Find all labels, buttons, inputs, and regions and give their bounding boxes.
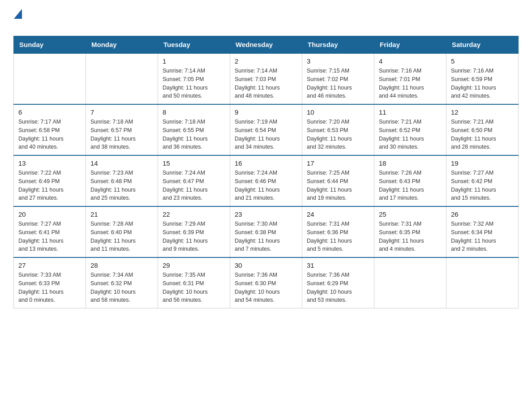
- day-number: 2: [235, 57, 297, 65]
- day-info: Sunrise: 7:16 AM Sunset: 6:59 PM Dayligh…: [451, 67, 514, 100]
- day-info: Sunrise: 7:33 AM Sunset: 6:33 PM Dayligh…: [18, 271, 81, 304]
- calendar-table: SundayMondayTuesdayWednesdayThursdayFrid…: [13, 36, 519, 308]
- calendar-cell: 7Sunrise: 7:18 AM Sunset: 6:57 PM Daylig…: [86, 104, 158, 155]
- day-info: Sunrise: 7:28 AM Sunset: 6:40 PM Dayligh…: [90, 220, 153, 253]
- calendar-cell: 18Sunrise: 7:26 AM Sunset: 6:43 PM Dayli…: [374, 155, 446, 206]
- calendar-week-2: 6Sunrise: 7:17 AM Sunset: 6:58 PM Daylig…: [14, 104, 519, 155]
- calendar-cell: [374, 257, 446, 308]
- calendar-week-4: 20Sunrise: 7:27 AM Sunset: 6:41 PM Dayli…: [14, 206, 519, 257]
- calendar-cell: 20Sunrise: 7:27 AM Sunset: 6:41 PM Dayli…: [14, 206, 86, 257]
- day-info: Sunrise: 7:16 AM Sunset: 7:01 PM Dayligh…: [379, 67, 442, 100]
- day-info: Sunrise: 7:21 AM Sunset: 6:50 PM Dayligh…: [451, 118, 514, 151]
- calendar-cell: 26Sunrise: 7:32 AM Sunset: 6:34 PM Dayli…: [446, 206, 519, 257]
- calendar-cell: 13Sunrise: 7:22 AM Sunset: 6:49 PM Dayli…: [14, 155, 86, 206]
- day-info: Sunrise: 7:27 AM Sunset: 6:41 PM Dayligh…: [18, 220, 81, 253]
- day-number: 17: [307, 159, 369, 167]
- day-info: Sunrise: 7:18 AM Sunset: 6:57 PM Dayligh…: [90, 118, 153, 151]
- day-number: 8: [163, 108, 225, 116]
- day-number: 16: [235, 159, 297, 167]
- calendar-cell: [14, 53, 86, 104]
- logo: [13, 9, 23, 31]
- day-info: Sunrise: 7:14 AM Sunset: 7:03 PM Dayligh…: [235, 67, 297, 100]
- calendar-cell: 8Sunrise: 7:18 AM Sunset: 6:55 PM Daylig…: [158, 104, 230, 155]
- day-info: Sunrise: 7:31 AM Sunset: 6:35 PM Dayligh…: [379, 220, 442, 253]
- day-number: 31: [307, 261, 369, 269]
- calendar-cell: 11Sunrise: 7:21 AM Sunset: 6:52 PM Dayli…: [374, 104, 446, 155]
- day-number: 15: [163, 159, 225, 167]
- day-info: Sunrise: 7:27 AM Sunset: 6:42 PM Dayligh…: [451, 169, 514, 202]
- day-number: 6: [18, 108, 81, 116]
- col-header-friday: Friday: [374, 36, 446, 54]
- day-number: 14: [90, 159, 153, 167]
- day-number: 27: [18, 261, 81, 269]
- day-number: 7: [90, 108, 153, 116]
- day-number: 12: [451, 108, 514, 116]
- day-number: 20: [18, 210, 81, 218]
- calendar-cell: 6Sunrise: 7:17 AM Sunset: 6:58 PM Daylig…: [14, 104, 86, 155]
- calendar-cell: 24Sunrise: 7:31 AM Sunset: 6:36 PM Dayli…: [302, 206, 374, 257]
- calendar-cell: 22Sunrise: 7:29 AM Sunset: 6:39 PM Dayli…: [158, 206, 230, 257]
- calendar-cell: 15Sunrise: 7:24 AM Sunset: 6:47 PM Dayli…: [158, 155, 230, 206]
- day-info: Sunrise: 7:30 AM Sunset: 6:38 PM Dayligh…: [235, 220, 297, 253]
- calendar-cell: [86, 53, 158, 104]
- day-number: 10: [307, 108, 369, 116]
- calendar-week-3: 13Sunrise: 7:22 AM Sunset: 6:49 PM Dayli…: [14, 155, 519, 206]
- day-info: Sunrise: 7:26 AM Sunset: 6:43 PM Dayligh…: [379, 169, 442, 202]
- day-info: Sunrise: 7:23 AM Sunset: 6:48 PM Dayligh…: [90, 169, 153, 202]
- day-info: Sunrise: 7:21 AM Sunset: 6:52 PM Dayligh…: [379, 118, 442, 151]
- calendar-cell: 9Sunrise: 7:19 AM Sunset: 6:54 PM Daylig…: [230, 104, 302, 155]
- day-info: Sunrise: 7:15 AM Sunset: 7:02 PM Dayligh…: [307, 67, 369, 100]
- calendar-cell: 1Sunrise: 7:14 AM Sunset: 7:05 PM Daylig…: [158, 53, 230, 104]
- day-info: Sunrise: 7:35 AM Sunset: 6:31 PM Dayligh…: [163, 271, 225, 304]
- day-info: Sunrise: 7:32 AM Sunset: 6:34 PM Dayligh…: [451, 220, 514, 253]
- day-number: 9: [235, 108, 297, 116]
- calendar-cell: 27Sunrise: 7:33 AM Sunset: 6:33 PM Dayli…: [14, 257, 86, 308]
- day-info: Sunrise: 7:25 AM Sunset: 6:44 PM Dayligh…: [307, 169, 369, 202]
- day-number: 24: [307, 210, 369, 218]
- day-number: 1: [163, 57, 225, 65]
- calendar-cell: 16Sunrise: 7:24 AM Sunset: 6:46 PM Dayli…: [230, 155, 302, 206]
- day-number: 22: [163, 210, 225, 218]
- calendar-header-row: SundayMondayTuesdayWednesdayThursdayFrid…: [14, 36, 519, 54]
- day-info: Sunrise: 7:24 AM Sunset: 6:47 PM Dayligh…: [163, 169, 225, 202]
- calendar-cell: 2Sunrise: 7:14 AM Sunset: 7:03 PM Daylig…: [230, 53, 302, 104]
- day-info: Sunrise: 7:34 AM Sunset: 6:32 PM Dayligh…: [90, 271, 153, 304]
- header: [13, 9, 519, 31]
- calendar-cell: 3Sunrise: 7:15 AM Sunset: 7:02 PM Daylig…: [302, 53, 374, 104]
- day-info: Sunrise: 7:24 AM Sunset: 6:46 PM Dayligh…: [235, 169, 297, 202]
- day-info: Sunrise: 7:29 AM Sunset: 6:39 PM Dayligh…: [163, 220, 225, 253]
- day-number: 25: [379, 210, 442, 218]
- col-header-monday: Monday: [86, 36, 158, 54]
- calendar-cell: 5Sunrise: 7:16 AM Sunset: 6:59 PM Daylig…: [446, 53, 519, 104]
- day-info: Sunrise: 7:14 AM Sunset: 7:05 PM Dayligh…: [163, 67, 225, 100]
- day-number: 3: [307, 57, 369, 65]
- calendar-cell: 10Sunrise: 7:20 AM Sunset: 6:53 PM Dayli…: [302, 104, 374, 155]
- col-header-saturday: Saturday: [446, 36, 519, 54]
- calendar-week-1: 1Sunrise: 7:14 AM Sunset: 7:05 PM Daylig…: [14, 53, 519, 104]
- day-info: Sunrise: 7:18 AM Sunset: 6:55 PM Dayligh…: [163, 118, 225, 151]
- day-number: 21: [90, 210, 153, 218]
- day-number: 18: [379, 159, 442, 167]
- day-info: Sunrise: 7:31 AM Sunset: 6:36 PM Dayligh…: [307, 220, 369, 253]
- day-number: 13: [18, 159, 81, 167]
- col-header-tuesday: Tuesday: [158, 36, 230, 54]
- day-info: Sunrise: 7:19 AM Sunset: 6:54 PM Dayligh…: [235, 118, 297, 151]
- day-info: Sunrise: 7:20 AM Sunset: 6:53 PM Dayligh…: [307, 118, 369, 151]
- logo-triangle-icon: [14, 9, 22, 19]
- day-info: Sunrise: 7:17 AM Sunset: 6:58 PM Dayligh…: [18, 118, 81, 151]
- day-number: 23: [235, 210, 297, 218]
- col-header-thursday: Thursday: [302, 36, 374, 54]
- calendar-cell: 14Sunrise: 7:23 AM Sunset: 6:48 PM Dayli…: [86, 155, 158, 206]
- calendar-cell: [446, 257, 519, 308]
- calendar-cell: 29Sunrise: 7:35 AM Sunset: 6:31 PM Dayli…: [158, 257, 230, 308]
- day-number: 29: [163, 261, 225, 269]
- day-info: Sunrise: 7:36 AM Sunset: 6:30 PM Dayligh…: [235, 271, 297, 304]
- day-info: Sunrise: 7:36 AM Sunset: 6:29 PM Dayligh…: [307, 271, 369, 304]
- calendar-cell: 4Sunrise: 7:16 AM Sunset: 7:01 PM Daylig…: [374, 53, 446, 104]
- calendar-cell: 17Sunrise: 7:25 AM Sunset: 6:44 PM Dayli…: [302, 155, 374, 206]
- svg-marker-0: [14, 9, 22, 19]
- calendar-cell: 31Sunrise: 7:36 AM Sunset: 6:29 PM Dayli…: [302, 257, 374, 308]
- calendar-cell: 12Sunrise: 7:21 AM Sunset: 6:50 PM Dayli…: [446, 104, 519, 155]
- day-info: Sunrise: 7:22 AM Sunset: 6:49 PM Dayligh…: [18, 169, 81, 202]
- calendar-cell: 25Sunrise: 7:31 AM Sunset: 6:35 PM Dayli…: [374, 206, 446, 257]
